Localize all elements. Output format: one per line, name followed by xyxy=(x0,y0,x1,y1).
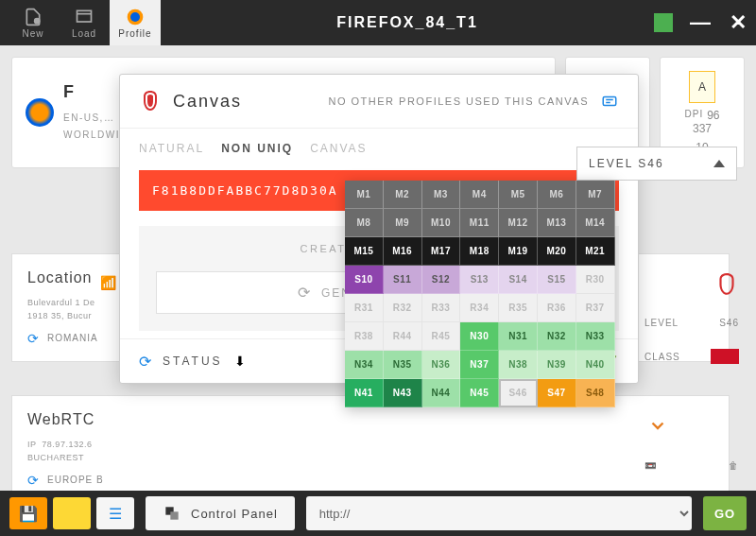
level-cell-r33[interactable]: R33 xyxy=(422,294,461,322)
level-cell-n33[interactable]: N33 xyxy=(576,322,615,351)
level-cell-s48[interactable]: S48 xyxy=(576,379,615,407)
level-cell-s12[interactable]: S12 xyxy=(422,266,461,294)
level-cell-m10[interactable]: M10 xyxy=(422,209,461,237)
ip-label: IP xyxy=(27,440,36,449)
level-cell-n41[interactable]: N41 xyxy=(345,379,384,407)
refresh-icon[interactable]: ⟳ xyxy=(139,353,151,371)
close-button[interactable]: ✕ xyxy=(728,10,748,35)
level-cell-m4[interactable]: M4 xyxy=(460,181,499,209)
level-cell-n43[interactable]: N43 xyxy=(384,379,422,407)
right-column: LEVELS46 CLASS 📼🗑 Modules xyxy=(644,272,739,502)
arrow-down-icon[interactable] xyxy=(644,411,671,438)
svg-point-0 xyxy=(34,17,41,24)
level-cell-s14[interactable]: S14 xyxy=(499,266,538,294)
level-cell-r45[interactable]: R45 xyxy=(422,322,461,351)
module-icon-2[interactable]: 🗑 xyxy=(729,460,739,471)
level-cell-n36[interactable]: N36 xyxy=(422,351,461,379)
level-cell-r30[interactable]: R30 xyxy=(576,266,615,294)
class-label: CLASS xyxy=(644,352,680,362)
level-cell-m8[interactable]: M8 xyxy=(345,209,384,237)
module-icon-1[interactable]: 📼 xyxy=(644,460,657,471)
tab-nonuniq[interactable]: NON UNIQ xyxy=(221,142,293,155)
level-cell-n32[interactable]: N32 xyxy=(538,322,576,351)
refresh-icon[interactable]: ⟳ xyxy=(27,331,40,346)
level-cell-s47[interactable]: S47 xyxy=(538,379,576,407)
level-cell-s46[interactable]: S46 xyxy=(499,379,538,407)
level-cell-m14[interactable]: M14 xyxy=(576,209,615,237)
level-cell-m9[interactable]: M9 xyxy=(384,209,422,237)
level-cell-n45[interactable]: N45 xyxy=(460,379,499,407)
level-cell-r37[interactable]: R37 xyxy=(576,294,615,322)
window-title: FIREFOX_84_T1 xyxy=(161,14,654,31)
refresh-icon: ⟳ xyxy=(298,284,312,302)
level-cell-m5[interactable]: M5 xyxy=(499,181,538,209)
notes-button[interactable] xyxy=(53,497,91,529)
level-cell-r34[interactable]: R34 xyxy=(460,294,499,322)
level-cell-r38[interactable]: R38 xyxy=(345,322,384,351)
level-dropdown-label: LEVEL S46 xyxy=(589,157,664,170)
level-cell-m13[interactable]: M13 xyxy=(538,209,576,237)
level-cell-s15[interactable]: S15 xyxy=(538,266,576,294)
level-cell-m6[interactable]: M6 xyxy=(538,181,576,209)
level-cell-n35[interactable]: N35 xyxy=(384,351,422,379)
control-panel-button[interactable]: Control Panel xyxy=(146,496,295,530)
modal-header: Canvas NO OTHER PROFILES USED THIS CANVA… xyxy=(120,75,638,129)
document-icon: A xyxy=(689,71,715,103)
download-icon[interactable]: ⬇ xyxy=(234,354,246,369)
level-cell-n30[interactable]: N30 xyxy=(460,322,499,351)
level-cell-m20[interactable]: M20 xyxy=(538,237,576,266)
level-cell-m16[interactable]: M16 xyxy=(384,237,422,266)
minimize-button[interactable]: — xyxy=(690,10,711,35)
level-cell-m15[interactable]: M15 xyxy=(345,237,384,266)
tab-canvas[interactable]: CANVAS xyxy=(310,142,367,155)
level-cell-r44[interactable]: R44 xyxy=(384,322,422,351)
save-button[interactable]: 💾 xyxy=(9,497,47,529)
level-cell-n34[interactable]: N34 xyxy=(345,351,384,379)
level-cell-m3[interactable]: M3 xyxy=(422,181,461,209)
level-cell-m19[interactable]: M19 xyxy=(499,237,538,266)
level-grid: M1M2M3M4M5M6M7M8M9M10M11M12M13M14M15M16M… xyxy=(345,181,615,407)
flag-icon xyxy=(711,349,739,364)
level-cell-n40[interactable]: N40 xyxy=(576,351,615,379)
level-cell-n37[interactable]: N37 xyxy=(460,351,499,379)
level-cell-s10[interactable]: S10 xyxy=(345,266,384,294)
list-button[interactable]: ☰ xyxy=(96,497,134,529)
new-button[interactable]: New xyxy=(8,0,59,45)
go-button[interactable]: GO xyxy=(703,496,747,530)
level-cell-r35[interactable]: R35 xyxy=(499,294,538,322)
svg-point-4 xyxy=(130,12,140,22)
level-cell-m21[interactable]: M21 xyxy=(576,237,615,266)
url-select[interactable]: http:// xyxy=(306,496,692,530)
level-cell-n44[interactable]: N44 xyxy=(422,379,461,407)
profile-label: Profile xyxy=(118,28,151,39)
dpi-label: DPI xyxy=(684,109,703,120)
control-panel-label: Control Panel xyxy=(191,507,278,521)
modal-message: NO OTHER PROFILES USED THIS CANVAS xyxy=(328,95,589,107)
level-cell-m2[interactable]: M2 xyxy=(384,181,422,209)
level-cell-r36[interactable]: R36 xyxy=(538,294,576,322)
level-cell-m12[interactable]: M12 xyxy=(499,209,538,237)
level-cell-r32[interactable]: R32 xyxy=(384,294,422,322)
refresh-icon[interactable]: ⟳ xyxy=(27,473,40,488)
level-cell-m18[interactable]: M18 xyxy=(460,237,499,266)
dpi-value: 96 xyxy=(707,109,719,122)
level-cell-m11[interactable]: M11 xyxy=(460,209,499,237)
fingerprint-icon xyxy=(139,90,162,112)
country-label: ROMANIA xyxy=(47,333,98,343)
level-cell-s13[interactable]: S13 xyxy=(460,266,499,294)
level-cell-m17[interactable]: M17 xyxy=(422,237,461,266)
profile-button[interactable]: Profile xyxy=(110,0,161,45)
load-button[interactable]: Load xyxy=(59,0,110,45)
tab-natural[interactable]: NATURAL xyxy=(139,142,204,155)
webrtc-region: EUROPE B xyxy=(47,475,104,485)
level-cell-n39[interactable]: N39 xyxy=(538,351,576,379)
level-cell-m1[interactable]: M1 xyxy=(345,181,384,209)
level-cell-r31[interactable]: R31 xyxy=(345,294,384,322)
level-dropdown[interactable]: LEVEL S46 xyxy=(576,147,737,181)
val-337: 337 xyxy=(693,122,712,135)
new-label: New xyxy=(22,28,43,39)
level-cell-n38[interactable]: N38 xyxy=(499,351,538,379)
level-cell-m7[interactable]: M7 xyxy=(576,181,615,209)
level-cell-s11[interactable]: S11 xyxy=(384,266,422,294)
level-cell-n31[interactable]: N31 xyxy=(499,322,538,351)
